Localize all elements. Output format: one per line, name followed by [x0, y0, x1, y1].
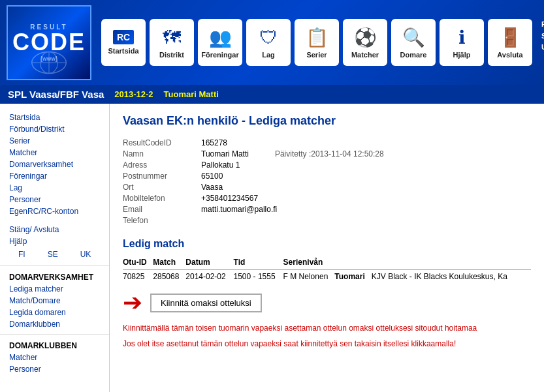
- col-tid: Tid: [234, 256, 283, 270]
- sidebar-item-match-domare[interactable]: Match/Domare: [0, 295, 109, 307]
- cell-datum: 2014-02-02: [185, 270, 233, 284]
- avsluta-icon: 🚪: [499, 27, 522, 48]
- breadcrumb-user: Tuomari Matti: [164, 89, 219, 99]
- label-resultcodeid: ResultCodeID: [123, 138, 201, 147]
- sidebar-item-lediga-matcher[interactable]: Lediga matcher: [0, 283, 109, 295]
- sidebar-item-foreningar[interactable]: Föreningar: [0, 170, 109, 182]
- domarklubben-header: DOMARKLUBBEN: [0, 339, 109, 352]
- label-adress: Adress: [123, 160, 201, 170]
- startsida-icon: RC: [113, 30, 134, 44]
- sidebar-item-serier[interactable]: Serier: [0, 135, 109, 147]
- nav-matcher[interactable]: ⚽ Matcher: [343, 19, 387, 66]
- arrow-row: ➔ Kiinnitä omaksi otteluksi: [123, 291, 531, 314]
- sidebar-lang-uk[interactable]: UK: [71, 249, 101, 260]
- distrikt-icon: 🗺: [163, 27, 181, 48]
- col-datum: Datum: [185, 256, 233, 270]
- domare-icon: 🔍: [402, 27, 425, 48]
- field-resultcodeid: ResultCodeID 165278: [123, 138, 531, 147]
- info-table: ResultCodeID 165278 Namn Tuomari Matti P…: [123, 138, 531, 225]
- hjalp-label: Hjälp: [453, 51, 471, 59]
- breadcrumb-org: SPL Vaasa/FBF Vasa: [8, 89, 104, 100]
- value-namn: Tuomari Matti: [201, 149, 249, 158]
- col-otu-id: Otu-ID: [123, 256, 153, 270]
- foreningar-icon: 👥: [209, 27, 232, 48]
- sidebar-lang-se[interactable]: SE: [39, 249, 67, 260]
- field-mobiltelefon: Mobiltelefon +358401234567: [123, 194, 531, 203]
- label-postnummer: Postnummer: [123, 172, 201, 181]
- value-postnummer: 65100: [201, 172, 223, 181]
- domare-label: Domare: [400, 51, 427, 59]
- nav-area: RC Startsida 🗺 Distrikt 👥 Föreningar 🛡 L…: [101, 19, 544, 66]
- field-telefon: Telefon: [123, 216, 531, 225]
- serier-icon: 📋: [306, 27, 328, 48]
- table-header-row: Otu-ID Match Datum Tid Serienivån: [123, 256, 531, 270]
- nav-icon-row: RC Startsida 🗺 Distrikt 👥 Föreningar 🛡 L…: [101, 19, 544, 66]
- value-adress: Pallokatu 1: [201, 160, 240, 170]
- cell-role: Tuomari: [334, 272, 364, 281]
- section-title-ledig: Ledig match: [123, 238, 531, 250]
- table-row: 70825 285068 2014-02-02 1500 - 1555 F M …: [123, 270, 531, 284]
- page-title: Vaasan EK:n henkilö - Lediga matcher: [123, 114, 531, 128]
- sidebar-item-matcher[interactable]: Matcher: [0, 147, 109, 158]
- field-ort: Ort Vaasa: [123, 183, 531, 192]
- domarverksamhet-header: DOMARVERKSAMHET: [0, 270, 109, 283]
- warning-text-1: Kiinnittämällä tämän toisen tuomarin vap…: [123, 322, 531, 334]
- nav-foreningar[interactable]: 👥 Föreningar: [198, 19, 242, 66]
- cell-teams: KJV Black - IK Blacks Koulukeskus, Ka: [372, 272, 507, 281]
- assign-button[interactable]: Kiinnitä omaksi otteluksi: [150, 294, 262, 312]
- nav-lag[interactable]: 🛡 Lag: [246, 19, 291, 66]
- main-layout: Startsida Förbund/Distrikt Serier Matche…: [0, 104, 544, 392]
- value-updated: Päivitetty :2013-11-04 12:50:28: [275, 149, 384, 158]
- cell-match: 285068: [153, 270, 185, 284]
- nav-serier[interactable]: 📋 Serier: [295, 19, 339, 66]
- nav-distrikt[interactable]: 🗺 Distrikt: [150, 19, 194, 66]
- sidebar-item-egenrc[interactable]: EgenRC/RC-konton: [0, 205, 109, 217]
- cell-tid: 1500 - 1555: [234, 270, 283, 284]
- header: RESULT CODE [www] RC Startsida 🗺 Distrik…: [0, 0, 544, 85]
- sidebar-item-domarverksamhet[interactable]: Domarverksamhet: [0, 158, 109, 170]
- lang-fi[interactable]: FI: [541, 19, 544, 31]
- matcher-label: Matcher: [351, 51, 379, 59]
- col-serienivan: Serienivån: [283, 256, 531, 270]
- sidebar: Startsida Förbund/Distrikt Serier Matche…: [0, 104, 110, 392]
- nav-avsluta[interactable]: 🚪 Avsluta: [488, 19, 532, 66]
- logo-globe-icon: [29, 50, 69, 76]
- nav-domare[interactable]: 🔍 Domare: [391, 19, 436, 66]
- lang-uk[interactable]: UK: [541, 42, 544, 53]
- col-match: Match: [153, 256, 185, 270]
- nav-lang: FI SE UK: [541, 19, 544, 53]
- lang-se[interactable]: SE: [541, 31, 544, 42]
- sidebar-item-matcher-dk[interactable]: Matcher: [0, 352, 109, 363]
- arrow-icon: ➔: [123, 291, 142, 314]
- lag-label: Lag: [262, 51, 275, 59]
- field-email: Email matti.tuomari@pallo.fi: [123, 205, 531, 214]
- value-email: matti.tuomari@pallo.fi: [201, 205, 277, 214]
- value-resultcodeid: 165278: [201, 138, 227, 147]
- sidebar-item-hjalp[interactable]: Hjälp: [0, 235, 109, 247]
- cell-serie-value: F M Nelonen: [283, 272, 328, 281]
- label-email: Email: [123, 205, 201, 214]
- sidebar-item-domarklubben[interactable]: Domarklubben: [0, 318, 109, 330]
- field-adress: Adress Pallokatu 1: [123, 160, 531, 170]
- sidebar-item-stang[interactable]: Stäng/ Avsluta: [0, 224, 109, 235]
- nav-startsida[interactable]: RC Startsida: [101, 19, 146, 66]
- content-area: Vaasan EK:n henkilö - Lediga matcher Res…: [110, 104, 544, 392]
- sidebar-item-personer[interactable]: Personer: [0, 194, 109, 205]
- sidebar-item-personer-dk[interactable]: Personer: [0, 363, 109, 375]
- value-ort: Vaasa: [201, 183, 223, 192]
- sidebar-item-legida-domaren[interactable]: Legida domaren: [0, 307, 109, 318]
- serier-label: Serier: [306, 51, 327, 59]
- sidebar-item-forbund-distrikt[interactable]: Förbund/Distrikt: [0, 123, 109, 135]
- sidebar-lang-fi[interactable]: FI: [9, 249, 35, 260]
- hjalp-icon: ℹ: [458, 27, 466, 48]
- foreningar-label: Föreningar: [201, 51, 238, 59]
- startsida-label: Startsida: [108, 47, 138, 55]
- nav-hjalp[interactable]: ℹ Hjälp: [440, 19, 484, 66]
- match-table: Otu-ID Match Datum Tid Serienivån 70825 …: [123, 256, 531, 283]
- warning-text-2: Jos olet itse asettanut tämän ottelun va…: [123, 338, 531, 350]
- lag-icon: 🛡: [259, 27, 278, 48]
- breadcrumb-date: 2013-12-2: [114, 89, 153, 99]
- logo-box[interactable]: RESULT CODE [www]: [7, 5, 91, 80]
- sidebar-item-startsida[interactable]: Startsida: [0, 112, 109, 123]
- sidebar-item-lag[interactable]: Lag: [0, 182, 109, 194]
